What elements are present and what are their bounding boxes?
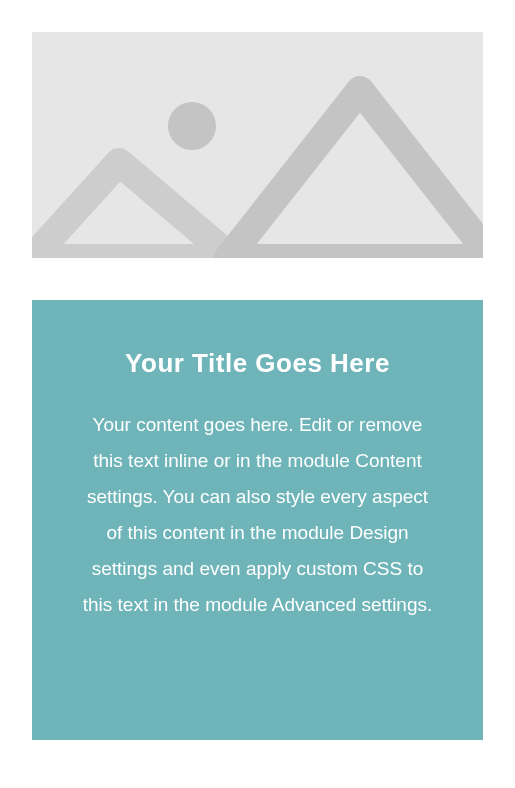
card-body: Your content goes here. Edit or remove t… [80,407,435,624]
svg-point-1 [168,102,216,150]
card-title: Your Title Goes Here [80,348,435,379]
content-card: Your Title Goes Here Your content goes h… [32,300,483,740]
image-placeholder [32,32,483,258]
